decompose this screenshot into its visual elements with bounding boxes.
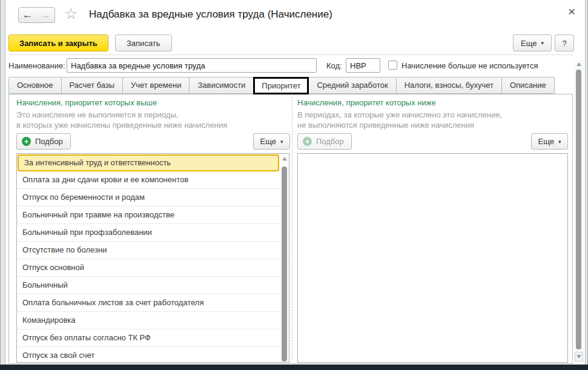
save-button[interactable]: Записать (115, 35, 172, 51)
not-used-checkbox[interactable] (388, 61, 397, 70)
window-frame-left (0, 0, 5, 370)
list-scrollbar[interactable] (280, 154, 288, 362)
higher-priority-header: Начисления, приоритет которых выше (16, 98, 157, 107)
list-item[interactable]: За интенсивный труд и ответственность (18, 154, 279, 171)
scroll-up-icon[interactable] (576, 62, 581, 66)
back-button[interactable]: ← (18, 7, 37, 23)
pick-button-left-label: Подбор (35, 137, 63, 146)
more-button-left-label: Еще (260, 137, 276, 146)
priority-tab-panel: Начисления, приоритет которых выше Это н… (8, 94, 573, 364)
lower-priority-hint-line1: В периодах, за которые уже начислено это… (297, 110, 502, 119)
list-item[interactable]: Отпуск без оплаты согласно ТК РФ (17, 329, 280, 347)
lower-priority-list (297, 153, 568, 363)
tab-6[interactable]: Средний заработок (308, 77, 396, 94)
tab-4[interactable]: Зависимости (189, 77, 254, 94)
list-item[interactable]: Больничный при профзаболевании (17, 224, 280, 242)
tab-5[interactable]: Приоритет (253, 77, 309, 94)
tab-2[interactable]: Расчет базы (61, 77, 124, 94)
chevron-down-icon: ▾ (541, 40, 544, 46)
pick-button-left[interactable]: + Подбор (16, 133, 71, 150)
scrollbar-thumb[interactable] (576, 70, 581, 349)
list-item[interactable]: Командировка (17, 312, 280, 329)
lower-priority-header: Начисления, приоритет которых ниже (297, 98, 436, 107)
pick-button-right-disabled: + Подбор (297, 133, 352, 150)
scroll-down-icon (576, 355, 581, 358)
accrual-form-window: ← → ☆ Надбавка за вредные условия труда … (0, 0, 588, 370)
window-frame-right (585, 0, 588, 370)
panel-splitter[interactable] (292, 97, 292, 360)
higher-priority-list: За интенсивный труд и ответственностьОпл… (16, 153, 289, 363)
pick-button-right-label: Подбор (316, 137, 344, 146)
not-used-checkbox-label: Начисление больше не используется (401, 61, 538, 70)
code-label: Код: (326, 61, 342, 70)
list-item[interactable]: Больничный при травме на производстве (17, 206, 280, 224)
tab-7[interactable]: Налоги, взносы, бухучет (396, 77, 502, 94)
list-item[interactable]: Оплата больничных листов за счет работод… (17, 294, 280, 312)
name-input[interactable] (67, 58, 317, 73)
add-icon: + (303, 137, 312, 146)
command-bar-separator (8, 55, 573, 55)
window-bottom-bar (0, 365, 588, 370)
list-item[interactable]: Отпуск основной (17, 259, 280, 277)
name-label: Наименование: (8, 61, 65, 70)
list-item[interactable]: Оплата за дни сдачи крови и ее компонент… (17, 171, 280, 189)
form-scrollbar[interactable] (574, 60, 584, 364)
chevron-down-icon: ▾ (280, 139, 283, 145)
save-and-close-button[interactable]: Записать и закрыть (8, 35, 108, 51)
close-icon[interactable]: × (568, 5, 575, 18)
page-title: Надбавка за вредные условия труда (Начис… (89, 8, 332, 21)
chevron-down-icon: ▾ (558, 139, 561, 145)
code-input[interactable] (346, 58, 380, 73)
forward-arrow-icon: → (41, 9, 51, 21)
lower-priority-hint-line2: не выполняются приведенные ниже начислен… (297, 121, 474, 130)
scrollbar-thumb[interactable] (282, 167, 287, 362)
back-arrow-icon: ← (22, 9, 33, 21)
higher-priority-hint-line2: в которых уже начислены приведенные ниже… (16, 121, 227, 130)
forward-button[interactable]: → (36, 7, 55, 23)
help-button[interactable]: ? (555, 35, 574, 51)
list-item[interactable]: Отпуск за свой счет (17, 347, 280, 363)
more-button-top-label: Еще (521, 39, 537, 48)
scroll-down-button[interactable] (575, 352, 583, 362)
more-button-left[interactable]: Еще ▾ (253, 133, 290, 150)
tab-1[interactable]: Основное (8, 77, 62, 94)
list-item[interactable]: Больничный (17, 277, 280, 294)
list-item[interactable]: Отпуск по беременности и родам (17, 189, 280, 206)
more-button-top[interactable]: Еще ▾ (513, 35, 552, 51)
higher-priority-hint-line1: Это начисление не выполняется в периоды, (16, 110, 178, 119)
tab-3[interactable]: Учет времени (122, 77, 190, 94)
more-button-right[interactable]: Еще ▾ (531, 133, 568, 150)
favorite-star-icon[interactable]: ☆ (64, 5, 78, 22)
scroll-up-icon[interactable] (282, 157, 287, 160)
add-icon: + (22, 137, 31, 146)
list-item[interactable]: Отсутствие по болезни (17, 242, 280, 259)
tab-8[interactable]: Описание (501, 77, 555, 94)
more-button-right-label: Еще (538, 137, 554, 146)
tab-bar: ОсновноеРасчет базыУчет времениЗависимос… (8, 77, 554, 94)
